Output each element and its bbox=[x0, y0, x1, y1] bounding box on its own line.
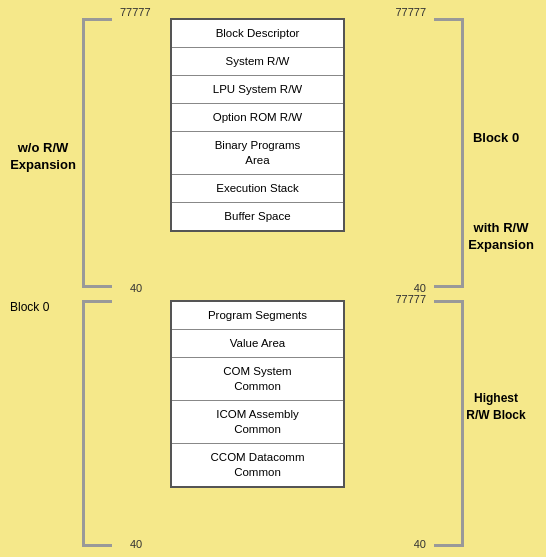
top-row-0: Block Descriptor bbox=[172, 20, 343, 48]
right-rw-label: with R/WExpansion bbox=[461, 220, 541, 254]
bottom-memory-block: Program SegmentsValue AreaCOM SystemComm… bbox=[170, 300, 345, 488]
brace-left-bottom bbox=[82, 300, 112, 547]
right-highest-label: HighestR/W Block bbox=[456, 390, 536, 424]
bottom-row-3: ICOM AssemblyCommon bbox=[172, 401, 343, 444]
top-memory-block: Block DescriptorSystem R/WLPU System R/W… bbox=[170, 18, 345, 232]
label-77777-topright: 77777 bbox=[395, 6, 426, 18]
bottom-row-2: COM SystemCommon bbox=[172, 358, 343, 401]
label-40-bottomright: 40 bbox=[414, 538, 426, 550]
label-77777-midright: 77777 bbox=[395, 293, 426, 305]
top-row-2: LPU System R/W bbox=[172, 76, 343, 104]
label-40-bottomleft: 40 bbox=[130, 538, 142, 550]
label-40-left: 40 bbox=[130, 282, 142, 294]
bottom-row-0: Program Segments bbox=[172, 302, 343, 330]
top-row-6: Buffer Space bbox=[172, 203, 343, 230]
top-row-1: System R/W bbox=[172, 48, 343, 76]
brace-left-top bbox=[82, 18, 112, 288]
top-row-3: Option ROM R/W bbox=[172, 104, 343, 132]
top-row-5: Execution Stack bbox=[172, 175, 343, 203]
bottom-row-4: CCOM DatacommCommon bbox=[172, 444, 343, 486]
bottom-row-1: Value Area bbox=[172, 330, 343, 358]
right-block0-label: Block 0 bbox=[456, 130, 536, 145]
left-rw-label: w/o R/WExpansion bbox=[8, 140, 78, 174]
top-row-4: Binary ProgramsArea bbox=[172, 132, 343, 175]
label-77777-topleft: 77777 bbox=[120, 6, 151, 18]
main-container: 77777 77777 40 40 77777 40 40 w/o R/WExp… bbox=[0, 0, 546, 557]
brace-right-top bbox=[434, 18, 464, 288]
brace-right-bottom bbox=[434, 300, 464, 547]
left-block0-label: Block 0 bbox=[10, 300, 49, 314]
